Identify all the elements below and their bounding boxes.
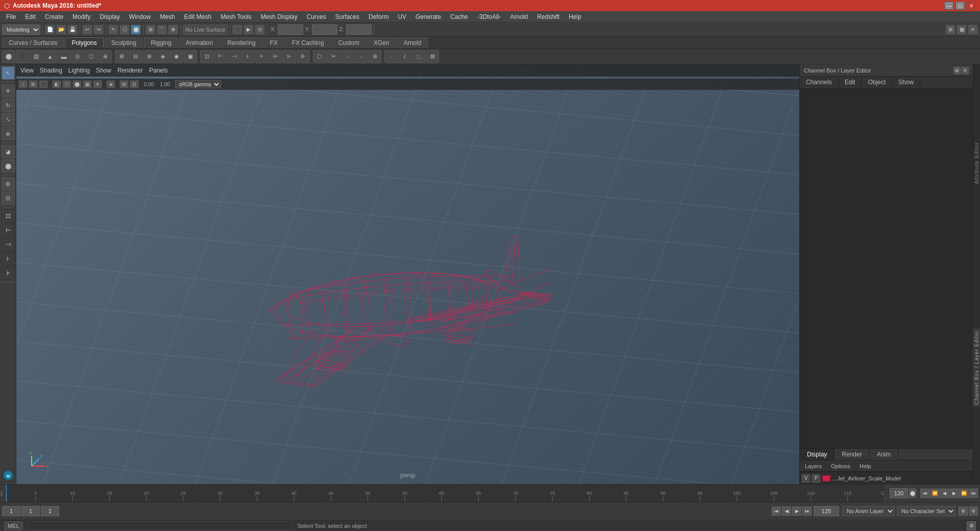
vp-menu-show[interactable]: Show — [96, 67, 111, 74]
help-line-settings[interactable]: ⚙ — [967, 521, 976, 530]
menu-window[interactable]: Window — [125, 12, 155, 21]
show-manipulator-button[interactable]: ⊞ — [2, 177, 15, 190]
close-button[interactable]: ✕ — [967, 2, 976, 10]
bevel-button[interactable]: ⊩ — [283, 50, 296, 63]
cb-tab-edit[interactable]: Edit — [839, 77, 862, 88]
open-scene-button[interactable]: 📂 — [56, 25, 66, 35]
panel-close-button[interactable]: ✕ — [962, 67, 969, 74]
play-next-key-button[interactable]: ⏩ — [959, 489, 968, 498]
play-back-button[interactable]: ◀ — [940, 489, 949, 498]
left-panel-icon1[interactable]: ⊡ — [2, 209, 15, 223]
boolean-button[interactable]: ⊗ — [142, 50, 156, 63]
left-panel-icon4[interactable]: ⊦ — [2, 252, 15, 266]
cb-tab-object[interactable]: Object — [862, 77, 892, 88]
menu-display[interactable]: Display — [95, 12, 124, 21]
bottom-play-forward[interactable]: ▶ — [792, 506, 801, 516]
tab-sculpting[interactable]: Sculpting — [105, 37, 143, 48]
viewport[interactable]: View Shading Lighting Show Renderer Pane… — [16, 64, 799, 484]
pipe-button[interactable]: ⊕ — [99, 50, 112, 63]
workspace-selector[interactable]: Modeling — [2, 25, 40, 35]
sub-tab-layers[interactable]: Layers — [802, 462, 825, 470]
menu-arnold[interactable]: Arnold — [506, 12, 532, 21]
plane-button[interactable]: ▬ — [57, 50, 70, 63]
prism-button[interactable]: ⬠ — [85, 50, 98, 63]
wedge-button[interactable]: ⊨ — [269, 50, 282, 63]
remesh-button[interactable]: ◉ — [170, 50, 183, 63]
sub-tab-options[interactable]: Options — [828, 462, 853, 470]
vp-menu-lighting[interactable]: Lighting — [68, 67, 90, 74]
vc-camera-btn[interactable]: 🎥 — [39, 80, 48, 88]
menu-deform[interactable]: Deform — [364, 12, 393, 21]
multi-cut-button[interactable]: ✂ — [327, 50, 340, 63]
select-edge-button[interactable]: / — [398, 50, 411, 63]
tab-curves-surfaces[interactable]: Curves / Surfaces — [2, 37, 64, 48]
play-start-button[interactable]: ⏮ — [920, 489, 929, 498]
smooth-button[interactable]: ◈ — [156, 50, 169, 63]
select-tool-left[interactable]: ↖ — [2, 66, 15, 80]
vc-grid-btn[interactable]: ⊞ — [119, 80, 129, 88]
menu-edit[interactable]: Edit — [21, 12, 40, 21]
menu-mesh-tools[interactable]: Mesh Tools — [216, 12, 255, 21]
cb-tab-channels[interactable]: Channels — [800, 77, 839, 88]
scale-tool-button[interactable]: ⤡ — [2, 113, 15, 126]
display-settings-button[interactable]: ⊞ — [945, 25, 955, 35]
snap-align-button[interactable]: ⊟ — [2, 191, 15, 205]
start-frame-field[interactable] — [2, 506, 20, 516]
select-face-button[interactable]: □ — [412, 50, 425, 63]
vc-resolution-btn[interactable]: ⊡ — [130, 80, 139, 88]
tab-xgen[interactable]: XGen — [367, 37, 396, 48]
bridge-button[interactable]: ⊢ — [214, 50, 227, 63]
char-prefs-button[interactable]: ⚙ — [969, 506, 978, 516]
select-vertex-button[interactable]: · — [384, 50, 398, 63]
disp-tab-display[interactable]: Display — [800, 449, 835, 460]
snap-point-button[interactable]: ⊕ — [168, 25, 178, 35]
cylinder-button[interactable]: ▥ — [30, 50, 43, 63]
layer-p-button[interactable]: P — [812, 474, 820, 482]
tab-custom[interactable]: Custom — [332, 37, 366, 48]
torus-button[interactable]: ◎ — [71, 50, 84, 63]
menu-3dto-all[interactable]: -3DtoAll- — [473, 12, 505, 21]
bottom-play-start[interactable]: ⏮ — [772, 506, 781, 516]
layer-v-button[interactable]: V — [802, 474, 810, 482]
gamma-select[interactable]: sRGB gamma — [175, 80, 221, 88]
undo-button[interactable]: ↩ — [82, 25, 92, 35]
tab-fx[interactable]: FX — [263, 37, 284, 48]
menu-edit-mesh[interactable]: Edit Mesh — [180, 12, 215, 21]
timeline-ruler[interactable] — [6, 485, 885, 502]
tab-arnold[interactable]: Arnold — [397, 37, 428, 48]
poke-button[interactable]: ⊧ — [255, 50, 268, 63]
vc-home-btn[interactable]: ⌂ — [18, 80, 28, 88]
menu-redshift[interactable]: Redshift — [533, 12, 564, 21]
x-input[interactable] — [278, 25, 303, 35]
move-tool-button[interactable]: ✛ — [2, 84, 15, 98]
mel-label[interactable]: MEL — [4, 521, 23, 530]
anim-layer-select[interactable]: No Anim Layer — [842, 506, 895, 516]
minimize-button[interactable]: — — [944, 2, 953, 10]
vp-menu-renderer[interactable]: Renderer — [117, 67, 143, 74]
menu-help[interactable]: Help — [565, 12, 585, 21]
vc-wireframe-btn[interactable]: ⬡ — [62, 80, 71, 88]
channel-box-tab[interactable]: Channel Box / Layer Editor — [973, 328, 980, 407]
save-scene-button[interactable]: 💾 — [67, 25, 78, 35]
attribute-editor-tab[interactable]: Attribute Editor — [974, 142, 979, 184]
tab-rendering[interactable]: Rendering — [220, 37, 262, 48]
menu-modify[interactable]: Modify — [68, 12, 94, 21]
vp-menu-panels[interactable]: Panels — [149, 67, 168, 74]
vc-solid-btn[interactable]: ⬤ — [72, 80, 82, 88]
cube-button[interactable]: ⬛ — [16, 50, 29, 63]
play-end-button[interactable]: ⏭ — [969, 489, 978, 498]
ipr-render-button[interactable]: ⊙ — [255, 25, 265, 35]
bottom-play-end[interactable]: ⏭ — [802, 506, 812, 516]
menu-generate[interactable]: Generate — [411, 12, 445, 21]
vp-menu-shading[interactable]: Shading — [40, 67, 62, 74]
menu-mesh[interactable]: Mesh — [156, 12, 179, 21]
lasso-tool-button[interactable]: ⬡ — [119, 25, 130, 35]
grid-button[interactable]: ▦ — [957, 25, 967, 35]
select-uv-button[interactable]: ⊠ — [426, 50, 439, 63]
duplicate-face-button[interactable]: ⊪ — [297, 50, 310, 63]
combine-button[interactable]: ⊞ — [115, 50, 128, 63]
y-input[interactable] — [312, 25, 337, 35]
current-frame-field[interactable] — [21, 506, 40, 516]
soft-select-button[interactable]: ◕ — [2, 145, 15, 158]
snap-curve-button[interactable]: ⌒ — [157, 25, 167, 35]
